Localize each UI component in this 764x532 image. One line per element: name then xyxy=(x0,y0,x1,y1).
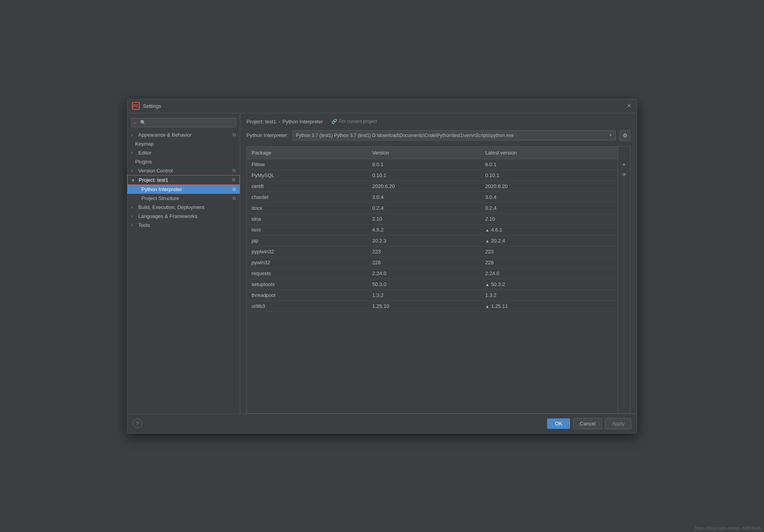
package-name: urllib3 xyxy=(247,302,368,311)
package-version: 4.5.2 xyxy=(368,225,481,234)
sidebar-item-keymap[interactable]: Keymap xyxy=(127,139,240,148)
apply-button[interactable]: Apply xyxy=(605,418,631,429)
sidebar-item-label: Tools xyxy=(138,222,150,228)
watermark: https://blog.csdn.net/qq_44874645 xyxy=(695,526,761,530)
package-name: chardet xyxy=(247,193,368,202)
interpreter-row: Python Interpreter: Python 3.7 (test1) P… xyxy=(246,130,630,141)
package-name: pip xyxy=(247,236,368,245)
sidebar-item-tools[interactable]: › Tools xyxy=(127,221,240,230)
sidebar-item-version-control[interactable]: › Version Control ⧉ xyxy=(127,166,240,175)
sidebar-item-label: Keymap xyxy=(135,141,154,147)
sidebar: ⌕ › Appearance & Behavior ⧉ Keymap › Edi… xyxy=(127,113,240,414)
col-header-version: Version xyxy=(368,147,481,158)
package-latest-version: 8.0.1 xyxy=(481,160,630,169)
close-button[interactable]: ✕ xyxy=(626,103,632,109)
eye-button[interactable]: 👁 xyxy=(620,170,629,179)
package-version: 1.25.10 xyxy=(368,302,481,311)
interpreter-label: Python Interpreter: xyxy=(246,132,289,138)
chevron-right-icon: › xyxy=(131,151,137,155)
table-row: docx0.2.40.2.4 xyxy=(247,203,630,214)
package-version: 50.3.0 xyxy=(368,280,481,289)
table-row: setuptools50.3.0▲50.3.2 xyxy=(247,279,630,290)
copy-icon: ⧉ xyxy=(232,186,236,192)
breadcrumb-project: Project: test1 xyxy=(246,119,276,125)
table-side-actions: ▲ 👁 xyxy=(618,147,630,413)
search-input[interactable] xyxy=(131,118,236,127)
footer-right: OK Cancel Apply xyxy=(547,418,631,429)
for-current-project-button[interactable]: 🔗 For current project xyxy=(331,119,377,124)
table-row: pypiwin32223223 xyxy=(247,246,630,257)
update-arrow-icon: ▲ xyxy=(485,228,489,232)
package-version: 2020.6.20 xyxy=(368,182,481,191)
package-version: 0.10.1 xyxy=(368,171,481,180)
help-button[interactable]: ? xyxy=(133,419,142,428)
package-version: 0.2.4 xyxy=(368,204,481,212)
sidebar-item-label: Appearance & Behavior xyxy=(138,132,192,138)
package-name: Pillow xyxy=(247,160,368,169)
sidebar-item-project-structure[interactable]: Project Structure ⧉ xyxy=(127,194,240,203)
sidebar-item-label: Languages & Frameworks xyxy=(138,213,197,219)
sidebar-item-label: Project Structure xyxy=(141,195,179,201)
package-name: PyMySQL xyxy=(247,171,368,180)
copy-icon: ⧉ xyxy=(232,177,236,183)
main-content: Project: test1 › Python Interpreter 🔗 Fo… xyxy=(240,113,637,414)
chevron-down-icon: ∨ xyxy=(132,178,137,182)
package-latest-version: ▲4.6.1 xyxy=(481,225,630,234)
chevron-right-icon: › xyxy=(131,205,137,209)
package-table: Package Version Latest version + Pillow8… xyxy=(246,146,630,414)
table-row: pip20.2.3▲20.2.4 xyxy=(247,235,630,246)
search-icon: ⌕ xyxy=(134,120,136,125)
dialog-footer: ? OK Cancel Apply xyxy=(127,414,637,433)
sidebar-item-label: Version Control xyxy=(138,168,173,174)
package-latest-version: 3.0.4 xyxy=(481,193,630,202)
package-name: lxml xyxy=(247,225,368,234)
package-latest-version: 2020.6.20 xyxy=(481,182,630,191)
package-name: setuptools xyxy=(247,280,368,289)
sidebar-item-project-test1[interactable]: ∨ Project: test1 ⧉ xyxy=(127,175,240,185)
package-version: 1.3.2 xyxy=(368,291,481,300)
interpreter-settings-button[interactable]: ⚙ xyxy=(620,130,630,141)
update-arrow-icon: ▲ xyxy=(485,304,489,309)
table-row: urllib31.25.10▲1.25.11 xyxy=(247,301,630,312)
sidebar-item-python-interpreter[interactable]: Python Interpreter ⧉ xyxy=(127,185,240,194)
chevron-right-icon: › xyxy=(131,223,137,227)
package-version: 20.2.3 xyxy=(368,236,481,245)
package-latest-version: 2.24.0 xyxy=(481,269,630,278)
sidebar-item-label: Plugins xyxy=(135,159,152,165)
sidebar-item-editor[interactable]: › Editor xyxy=(127,148,240,157)
sidebar-item-languages[interactable]: › Languages & Frameworks xyxy=(127,212,240,221)
scroll-up-button[interactable]: ▲ xyxy=(620,159,629,169)
cancel-button[interactable]: Cancel xyxy=(573,418,602,429)
package-name: pypiwin32 xyxy=(247,247,368,256)
table-row: idna2.102.10 xyxy=(247,214,630,225)
chevron-right-icon: › xyxy=(131,214,137,218)
update-arrow-icon: ▲ xyxy=(485,239,489,243)
table-row: threadpool1.3.21.3.2 xyxy=(247,290,630,301)
app-icon: PC xyxy=(132,102,140,110)
table-body: Pillow8.0.18.0.1PyMySQL0.10.10.10.1certi… xyxy=(247,159,630,413)
sidebar-item-plugins[interactable]: Plugins xyxy=(127,157,240,166)
copy-icon: ⧉ xyxy=(232,195,236,201)
package-latest-version: 1.3.2 xyxy=(481,291,630,300)
col-header-package: Package xyxy=(247,147,368,158)
dialog-title: Settings xyxy=(143,103,161,109)
package-version: 223 xyxy=(368,247,481,256)
package-name: requests xyxy=(247,269,368,278)
interpreter-select-wrapper: Python 3.7 (test1) Python 3.7 (test1) D:… xyxy=(292,130,616,140)
table-header: Package Version Latest version + xyxy=(247,147,630,159)
package-latest-version: 223 xyxy=(481,247,630,256)
package-version: 228 xyxy=(368,258,481,267)
breadcrumb-separator: › xyxy=(278,119,280,125)
table-row: chardet3.0.43.0.4 xyxy=(247,192,630,203)
ok-button[interactable]: OK xyxy=(547,418,570,429)
package-latest-version: 2.10 xyxy=(481,214,630,223)
sidebar-item-build[interactable]: › Build, Execution, Deployment xyxy=(127,203,240,212)
sidebar-item-appearance[interactable]: › Appearance & Behavior ⧉ xyxy=(127,130,240,139)
interpreter-select[interactable]: Python 3.7 (test1) Python 3.7 (test1) D:… xyxy=(292,130,616,140)
footer-left: ? xyxy=(133,419,142,428)
package-latest-version: ▲1.25.11 xyxy=(481,302,630,311)
package-version: 3.0.4 xyxy=(368,193,481,202)
search-box: ⌕ xyxy=(131,118,236,127)
link-icon: 🔗 xyxy=(331,119,337,124)
package-name: idna xyxy=(247,214,368,223)
